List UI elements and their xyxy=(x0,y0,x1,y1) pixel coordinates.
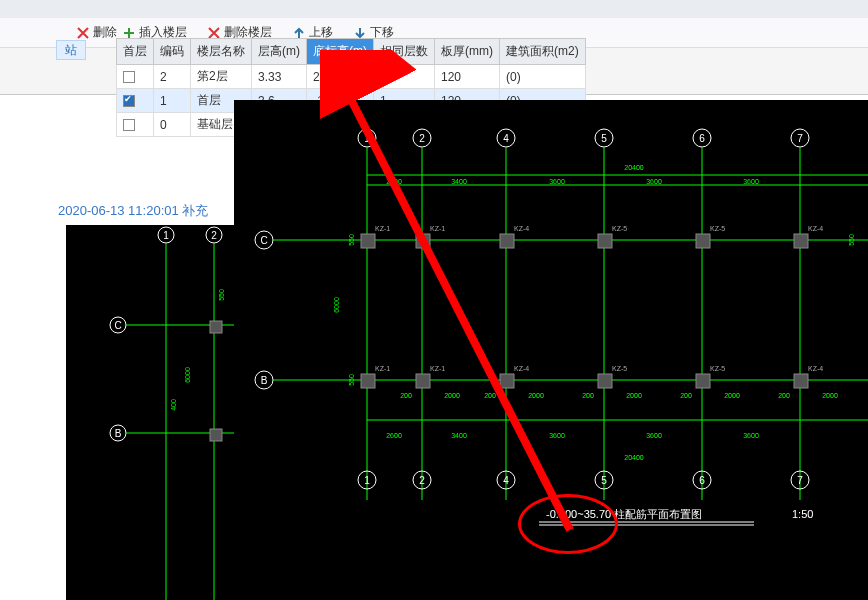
dim-label: 20400 xyxy=(624,164,644,171)
cell-check[interactable] xyxy=(117,113,154,137)
grid-label: B xyxy=(261,375,268,386)
svg-rect-55 xyxy=(794,234,808,248)
cell-code[interactable]: 0 xyxy=(154,113,191,137)
x-icon xyxy=(76,26,90,40)
timestamp: 2020-06-13 11:20:01 补充 xyxy=(58,202,208,220)
svg-text:2000: 2000 xyxy=(626,392,642,399)
drawing-scale: 1:50 xyxy=(792,508,813,520)
dim-label: 6000 xyxy=(333,297,340,313)
dim-label: 3600 xyxy=(549,178,565,185)
delete-label: 删除 xyxy=(93,24,117,41)
dim-label: 550 xyxy=(348,234,355,246)
svg-rect-35 xyxy=(361,234,375,248)
svg-text:KZ-5: KZ-5 xyxy=(710,225,725,232)
col-firstfloor[interactable]: 首层 xyxy=(117,39,154,65)
cad-view-main: 124567 C B 2600 3400 3600 3600 3600 2040… xyxy=(234,100,868,600)
cell-name[interactable]: 第2层 xyxy=(191,65,252,89)
dim-label: 3600 xyxy=(743,178,759,185)
svg-text:4: 4 xyxy=(503,133,509,144)
svg-rect-41 xyxy=(416,374,430,388)
svg-rect-43 xyxy=(500,234,514,248)
svg-rect-49 xyxy=(598,374,612,388)
svg-text:KZ-1: KZ-1 xyxy=(430,365,445,372)
dim-label: 3600 xyxy=(646,432,662,439)
svg-text:6: 6 xyxy=(699,475,705,486)
dim-label: 550 xyxy=(218,289,225,301)
col-code[interactable]: 编码 xyxy=(154,39,191,65)
dim-label: 550 xyxy=(348,374,355,386)
col-area[interactable]: 建筑面积(m2) xyxy=(499,39,585,65)
dim-label: 20400 xyxy=(624,454,644,461)
col-height[interactable]: 层高(m) xyxy=(252,39,307,65)
drawing-title-left: -0.100~ xyxy=(546,508,584,520)
svg-text:1: 1 xyxy=(364,133,370,144)
col-elevation[interactable]: 底标高(m) xyxy=(307,39,374,65)
svg-rect-57 xyxy=(794,374,808,388)
svg-rect-9 xyxy=(210,429,222,441)
svg-text:KZ-4: KZ-4 xyxy=(808,365,823,372)
cell-same[interactable]: 1 xyxy=(374,65,435,89)
dim-label: 400 xyxy=(170,399,177,411)
checkbox-icon[interactable] xyxy=(123,71,135,83)
svg-rect-53 xyxy=(696,374,710,388)
cad-view-left: 1 2 C B 550 6000 400 xyxy=(66,225,234,600)
svg-text:KZ-4: KZ-4 xyxy=(514,365,529,372)
grid-label: B xyxy=(115,428,122,439)
svg-text:7: 7 xyxy=(797,475,803,486)
svg-text:KZ-5: KZ-5 xyxy=(612,225,627,232)
svg-text:KZ-5: KZ-5 xyxy=(612,365,627,372)
svg-rect-47 xyxy=(598,234,612,248)
svg-text:2000: 2000 xyxy=(528,392,544,399)
table-row[interactable]: 2第2层3.332.61120(0) xyxy=(117,65,586,89)
dim-label: 3600 xyxy=(646,178,662,185)
panel-caption xyxy=(0,0,868,18)
col-same[interactable]: 相同层数 xyxy=(374,39,435,65)
svg-rect-51 xyxy=(696,234,710,248)
svg-text:6: 6 xyxy=(699,133,705,144)
side-tab[interactable]: 站 xyxy=(56,40,86,60)
dim-label: 6000 xyxy=(184,367,191,383)
svg-rect-39 xyxy=(416,234,430,248)
side-tab-label: 站 xyxy=(65,42,77,59)
svg-text:200: 200 xyxy=(400,392,412,399)
col-name[interactable]: 楼层名称 xyxy=(191,39,252,65)
grid-label: 1 xyxy=(163,230,169,241)
cell-elev[interactable]: 2.6 xyxy=(307,65,374,89)
svg-text:200: 200 xyxy=(680,392,692,399)
cell-check[interactable] xyxy=(117,89,154,113)
svg-text:5: 5 xyxy=(601,133,607,144)
svg-text:7: 7 xyxy=(797,133,803,144)
svg-text:200: 200 xyxy=(484,392,496,399)
svg-text:KZ-4: KZ-4 xyxy=(514,225,529,232)
svg-text:2: 2 xyxy=(419,133,425,144)
svg-text:KZ-1: KZ-1 xyxy=(430,225,445,232)
cell-slab[interactable]: 120 xyxy=(435,65,500,89)
checkbox-icon[interactable] xyxy=(123,95,135,107)
grid-label: C xyxy=(114,320,121,331)
svg-text:4: 4 xyxy=(503,475,509,486)
svg-text:2: 2 xyxy=(419,475,425,486)
cell-check[interactable] xyxy=(117,65,154,89)
svg-text:KZ-1: KZ-1 xyxy=(375,225,390,232)
cell-code[interactable]: 1 xyxy=(154,89,191,113)
svg-text:2000: 2000 xyxy=(822,392,838,399)
cell-area[interactable]: (0) xyxy=(499,65,585,89)
dim-label: 3600 xyxy=(743,432,759,439)
dim-label: 3400 xyxy=(451,178,467,185)
checkbox-icon[interactable] xyxy=(123,119,135,131)
svg-text:-0.100~35.70 柱配筋平面布置图: -0.100~35.70 柱配筋平面布置图 xyxy=(546,508,702,520)
cell-height[interactable]: 3.33 xyxy=(252,65,307,89)
cell-code[interactable]: 2 xyxy=(154,65,191,89)
dim-label: 3600 xyxy=(549,432,565,439)
svg-rect-8 xyxy=(210,321,222,333)
col-slab[interactable]: 板厚(mm) xyxy=(435,39,500,65)
svg-text:2000: 2000 xyxy=(724,392,740,399)
grid-label: 2 xyxy=(211,230,217,241)
svg-text:200: 200 xyxy=(778,392,790,399)
dim-label: 550 xyxy=(848,234,855,246)
table-header-row: 首层 编码 楼层名称 层高(m) 底标高(m) 相同层数 板厚(mm) 建筑面积… xyxy=(117,39,586,65)
drawing-title-right: 5.70 柱配筋平面布置图 xyxy=(590,508,702,520)
svg-text:5: 5 xyxy=(601,475,607,486)
dim-label: 2600 xyxy=(386,432,402,439)
dim-label: 3400 xyxy=(451,432,467,439)
